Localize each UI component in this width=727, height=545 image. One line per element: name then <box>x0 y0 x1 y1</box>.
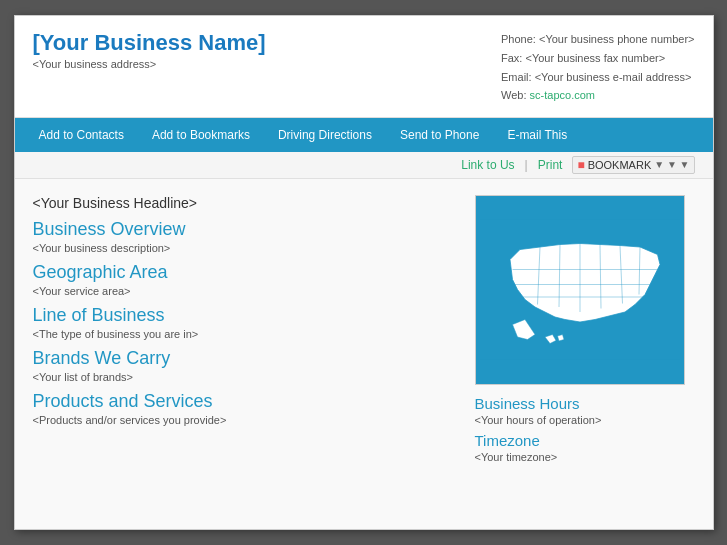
usa-map-svg <box>480 202 680 377</box>
section-title-products: Products and Services <box>33 391 455 412</box>
toolbar: Link to Us | Print ■ BOOKMARK ▼ ▼ ▼ <box>15 152 713 179</box>
nav-email-this[interactable]: E-mail This <box>493 120 581 150</box>
navbar: Add to Contacts Add to Bookmarks Driving… <box>15 118 713 152</box>
business-headline: <Your Business Headline> <box>33 195 455 211</box>
business-hours-title: Business Hours <box>475 395 695 412</box>
section-desc-lob: <The type of business you are in> <box>33 328 455 340</box>
section-desc-brands: <Your list of brands> <box>33 371 455 383</box>
right-column: Business Hours <Your hours of operation>… <box>475 195 695 513</box>
timezone-title: Timezone <box>475 432 695 449</box>
section-title-brands: Brands We Carry <box>33 348 455 369</box>
section-desc-overview: <Your business description> <box>33 242 455 254</box>
section-title-lob: Line of Business <box>33 305 455 326</box>
section-title-overview: Business Overview <box>33 219 455 240</box>
page-wrapper: [Your Business Name] <Your business addr… <box>14 15 714 530</box>
business-hours-desc: <Your hours of operation> <box>475 414 695 426</box>
nav-add-to-bookmarks[interactable]: Add to Bookmarks <box>138 120 264 150</box>
bookmark-button[interactable]: ■ BOOKMARK ▼ ▼ ▼ <box>572 156 694 174</box>
phone-label: Phone: <Your business phone number> <box>501 30 694 49</box>
nav-driving-directions[interactable]: Driving Directions <box>264 120 386 150</box>
web-url[interactable]: sc-tapco.com <box>530 89 595 101</box>
timezone-desc: <Your timezone> <box>475 451 695 463</box>
email-label: Email: <Your business e-mail address> <box>501 68 694 87</box>
toolbar-separator: | <box>525 158 528 172</box>
section-desc-products: <Products and/or services you provide> <box>33 414 455 426</box>
business-name: [Your Business Name] <box>33 30 266 56</box>
fax-label: Fax: <Your business fax number> <box>501 49 694 68</box>
header-right: Phone: <Your business phone number> Fax:… <box>501 30 694 105</box>
bookmark-icons-extra: ▼ ▼ ▼ <box>654 159 689 170</box>
web-label: Web: sc-tapco.com <box>501 86 694 105</box>
bookmark-label: BOOKMARK <box>588 159 652 171</box>
nav-send-to-phone[interactable]: Send to Phone <box>386 120 493 150</box>
main-content: <Your Business Headline> Business Overvi… <box>15 179 713 529</box>
nav-add-to-contacts[interactable]: Add to Contacts <box>25 120 138 150</box>
web-text: Web: <box>501 89 530 101</box>
right-info: Business Hours <Your hours of operation>… <box>475 395 695 463</box>
section-title-geo: Geographic Area <box>33 262 455 283</box>
print-button[interactable]: Print <box>538 158 563 172</box>
business-address: <Your business address> <box>33 58 266 70</box>
header-left: [Your Business Name] <Your business addr… <box>33 30 266 105</box>
bookmark-icon: ■ <box>577 158 584 172</box>
link-to-us-button[interactable]: Link to Us <box>461 158 514 172</box>
header: [Your Business Name] <Your business addr… <box>15 16 713 118</box>
map-image <box>475 195 685 385</box>
section-desc-geo: <Your service area> <box>33 285 455 297</box>
left-column: <Your Business Headline> Business Overvi… <box>33 195 475 513</box>
